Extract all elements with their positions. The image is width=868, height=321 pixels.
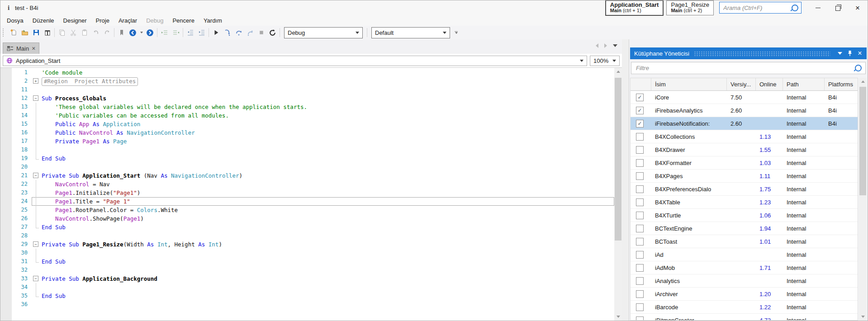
checkbox-unchecked[interactable] — [636, 290, 644, 298]
checkbox-checked[interactable]: ✓ — [636, 120, 644, 127]
column-name[interactable]: İsim — [651, 78, 727, 90]
package-button[interactable] — [42, 27, 53, 38]
undo-button[interactable] — [90, 27, 101, 38]
code-line[interactable]: 33−Private Sub Application_Background — [0, 274, 614, 283]
code-line[interactable]: 16 Public NavControl As NavigationContro… — [0, 128, 614, 137]
code-line[interactable]: 21−Private Sub Application_Start (Nav As… — [0, 171, 614, 180]
scrollbar-thumb[interactable] — [615, 78, 621, 241]
checkbox-unchecked[interactable] — [636, 225, 644, 232]
menu-item[interactable]: Designer — [59, 16, 91, 25]
library-row[interactable]: B4XFormatter1.03Internal — [631, 156, 858, 170]
column-version[interactable]: Versiy... — [727, 78, 756, 90]
scroll-down-icon[interactable] — [859, 313, 867, 321]
library-row[interactable]: iAdInternal — [631, 248, 858, 261]
column-path[interactable]: Path — [783, 78, 825, 90]
library-name[interactable]: iFirebaseAnalytics — [651, 107, 727, 114]
save-all-button[interactable] — [30, 27, 42, 38]
library-row[interactable]: iAdMob1.71Internal — [631, 261, 858, 274]
library-name[interactable]: iBarcode — [651, 304, 727, 311]
paste-button[interactable] — [79, 27, 90, 38]
code-line[interactable]: 27End Sub — [0, 223, 614, 231]
panel-vertical-scrollbar[interactable] — [859, 78, 867, 321]
code-line[interactable]: 30 — [0, 249, 614, 257]
library-online-version[interactable]: 1.06 — [756, 212, 783, 219]
checkbox-checked[interactable]: ✓ — [636, 94, 644, 101]
code-line[interactable]: 20 — [0, 163, 614, 171]
checkbox-unchecked[interactable] — [636, 264, 644, 272]
toolbar-grip[interactable] — [3, 28, 5, 37]
checkbox-unchecked[interactable] — [636, 198, 644, 206]
library-name[interactable]: B4XTable — [651, 199, 727, 206]
checkbox-unchecked[interactable] — [636, 238, 644, 245]
menu-item[interactable]: Düzenle — [28, 16, 59, 25]
library-name[interactable]: iAdMob — [651, 264, 727, 271]
expand-region-icon[interactable]: + — [33, 78, 38, 84]
code-line[interactable]: 31End Sub — [0, 257, 614, 266]
cut-button[interactable] — [67, 27, 79, 38]
collapse-region-icon[interactable]: − — [33, 95, 38, 101]
library-online-version[interactable]: 1.75 — [756, 186, 783, 193]
zoom-selector[interactable]: 100% — [590, 56, 620, 66]
library-name[interactable]: iAd — [651, 251, 727, 258]
outdent-button[interactable] — [185, 27, 196, 38]
toolbar-overflow-button[interactable] — [455, 31, 458, 34]
navigate-back-menu-button[interactable] — [138, 27, 144, 38]
scroll-up-icon[interactable] — [859, 78, 867, 85]
library-name[interactable]: BCTextEngine — [651, 225, 727, 232]
column-online[interactable]: Online — [756, 78, 783, 90]
library-row[interactable]: iBarcode1.22Internal — [631, 301, 858, 314]
library-online-version[interactable]: 1.01 — [756, 238, 783, 245]
library-row[interactable]: BCTextEngine1.94Internal — [631, 222, 858, 235]
minimize-button[interactable] — [808, 1, 828, 14]
indent-button[interactable] — [196, 27, 207, 38]
library-name[interactable]: iCore — [651, 94, 727, 101]
jump-button-application-start[interactable]: Application_Start Main (ctrl + 1) — [605, 0, 664, 16]
code-line[interactable]: 15 Public App As Application — [0, 120, 614, 128]
navigate-back-button[interactable] — [127, 27, 138, 38]
library-online-version[interactable]: 1.22 — [756, 304, 783, 311]
code-line[interactable]: 24 Page1.Title = "Page 1" — [0, 197, 614, 206]
step-into-button[interactable] — [222, 27, 233, 38]
comment-button[interactable] — [159, 27, 170, 38]
library-name[interactable]: B4XPreferencesDialo — [651, 186, 727, 193]
new-module-button[interactable] — [8, 27, 19, 38]
checkbox-unchecked[interactable] — [636, 133, 644, 141]
library-online-version[interactable]: 1.55 — [756, 146, 783, 153]
library-online-version[interactable]: 1.23 — [756, 199, 783, 206]
menu-item[interactable]: Pencere — [168, 16, 199, 25]
magnifier-icon[interactable] — [792, 5, 798, 11]
code-line[interactable]: 17 Private Page1 As Page — [0, 137, 614, 146]
menu-item[interactable]: Dosya — [2, 16, 28, 25]
menu-item[interactable]: Araçlar — [114, 16, 142, 25]
editor-vertical-scrollbar[interactable] — [614, 68, 622, 321]
code-line[interactable]: 25 Page1.RootPanel.Color = Colors.White — [0, 206, 614, 214]
code-line[interactable]: 14 'Public variables can be accessed fro… — [0, 111, 614, 120]
library-online-version[interactable]: 1.13 — [756, 133, 783, 140]
library-row[interactable]: B4XCollections1.13Internal — [631, 130, 858, 143]
copy-button[interactable] — [56, 27, 67, 38]
step-out-button[interactable] — [244, 27, 256, 38]
scroll-down-icon[interactable] — [614, 313, 622, 321]
column-platforms[interactable]: Platforms — [825, 78, 858, 90]
code-line[interactable]: 34 — [0, 283, 614, 292]
checkbox-unchecked[interactable] — [636, 303, 644, 311]
library-name[interactable]: BCToast — [651, 238, 727, 245]
checkbox-unchecked[interactable] — [636, 212, 644, 219]
code-line[interactable]: 19End Sub — [0, 154, 614, 163]
close-button[interactable]: × — [848, 1, 868, 14]
library-name[interactable]: iFirebaseNotification: — [651, 120, 727, 127]
library-row[interactable]: iArchiver1.20Internal — [631, 288, 858, 301]
ui-configuration-select[interactable]: Default — [371, 27, 450, 38]
checkbox-unchecked[interactable] — [636, 185, 644, 193]
library-online-version[interactable]: 1.11 — [756, 173, 783, 179]
restart-button[interactable] — [267, 27, 278, 38]
library-row[interactable]: B4XDrawer1.55Internal — [631, 143, 858, 156]
collapse-region-icon[interactable]: − — [33, 276, 38, 281]
scrollbar-thumb[interactable] — [859, 87, 866, 195]
open-project-button[interactable] — [19, 27, 30, 38]
code-line[interactable]: 1'Code module — [0, 68, 614, 77]
code-line[interactable]: 2+#Region Project Attributes — [0, 77, 614, 85]
filter-input[interactable] — [635, 64, 855, 72]
library-row[interactable]: ✓iFirebaseAnalytics2.60InternalB4i — [631, 104, 858, 117]
library-name[interactable]: B4XTurtle — [651, 212, 727, 219]
